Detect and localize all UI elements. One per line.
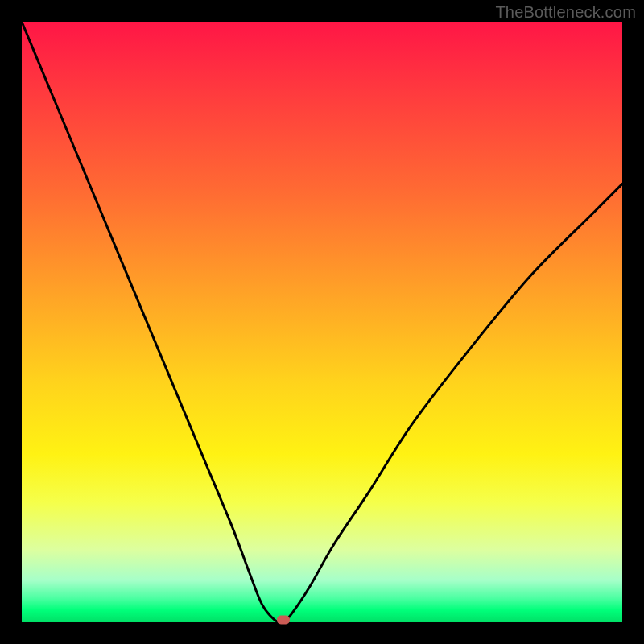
bottleneck-curve: [22, 22, 622, 622]
watermark-text: TheBottleneck.com: [495, 3, 636, 22]
optimal-point-marker: [277, 616, 290, 625]
plot-area: [22, 22, 622, 622]
curve-svg: [22, 22, 622, 622]
chart-frame: TheBottleneck.com: [0, 0, 644, 644]
